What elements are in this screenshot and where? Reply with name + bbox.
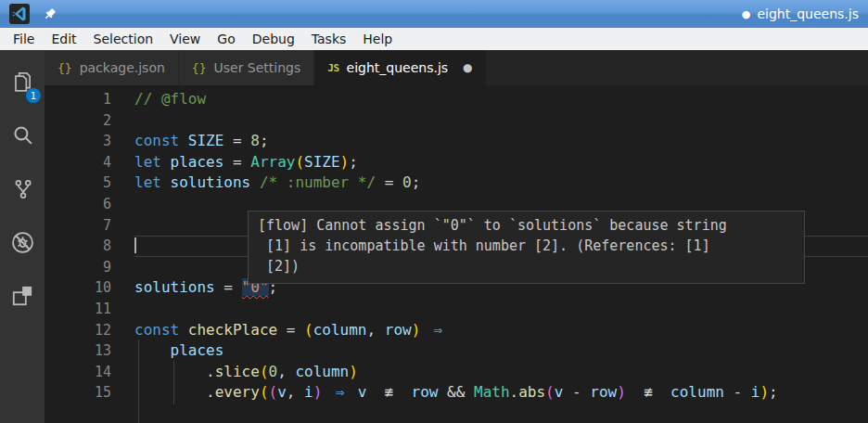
line-code[interactable]: let places = Array(SIZE); [134,152,868,173]
tooltip-line: [flow] Cannot assign `"0"` to `solutions… [258,215,795,236]
code-token: row [412,383,439,401]
code-token: ⇒ [429,320,447,341]
source-control-icon [11,177,34,204]
indent-guide [138,361,139,384]
js-file-icon: JS [327,62,338,74]
menu-item-selection[interactable]: Selection [85,32,162,46]
code-token: /* :number */ [260,173,376,191]
source-control-activity-item[interactable] [0,163,45,217]
line-number[interactable] [45,404,111,423]
extensions-activity-item[interactable] [0,271,45,325]
line-row: 12const checkPlace = (column, row) ⇒ [45,320,868,341]
code-token: solutions [171,173,251,191]
code-token: ) [412,321,421,339]
line-row: 1// @flow [45,89,868,110]
tab-bar: {}package.json{}User SettingsJSeight_que… [45,50,868,85]
menu-item-file[interactable]: File [5,32,43,46]
line-code[interactable]: .slice(0, column) [134,362,868,383]
line-number[interactable]: 13 [45,340,111,362]
line-code[interactable]: const checkPlace = (column, row) ⇒ [134,320,868,341]
line-number[interactable]: 1 [45,89,111,110]
line-number[interactable]: 2 [45,110,111,132]
code-token [438,383,447,401]
code-token: ⇒ [331,382,349,404]
code-token: column [670,383,724,401]
line-number[interactable]: 6 [45,194,111,215]
code-token: abs [518,383,545,401]
tab-label: package.json [80,60,165,75]
line-row: 13 places [45,340,868,362]
line-number[interactable]: 10 [45,277,111,299]
code-token: , [366,321,384,339]
tab-user-settings[interactable]: {}User Settings [179,50,313,85]
debug-activity-item[interactable] [0,217,45,271]
line-number[interactable]: 15 [45,382,111,404]
line-number[interactable]: 4 [45,152,111,173]
debug-icon [10,230,35,259]
code-token: Array [250,153,295,171]
code-token: v [555,383,564,401]
line-number[interactable]: 3 [45,131,111,152]
pin-icon[interactable] [43,7,57,21]
error-tooltip: [flow] Cannot assign `"0"` to `solutions… [248,211,805,284]
editor[interactable]: 1// @flow23const SIZE = 8;4let places = … [45,85,868,423]
code-token: const [134,321,179,339]
files-activity-item[interactable]: 1 [0,56,45,109]
code-token: , [287,383,304,401]
tooltip-line: [2]) [258,256,795,276]
code-token: ( [260,363,269,380]
line-number[interactable]: 8 [45,236,111,257]
extensions-icon [10,284,34,312]
indent-guide [138,340,139,363]
code-token: i [751,383,760,401]
line-code[interactable] [134,110,868,132]
menu-item-edit[interactable]: Edit [43,32,84,46]
menu-item-debug[interactable]: Debug [244,32,303,46]
line-number[interactable]: 11 [45,299,111,320]
line-number[interactable]: 12 [45,320,111,341]
code-token [161,173,171,191]
line-code[interactable]: // @flow [134,89,868,110]
code-token: . [206,383,215,401]
window-title: ● eight_queens.js [742,6,859,21]
menu-item-view[interactable]: View [161,32,209,46]
code-token: = [223,132,250,149]
line-code[interactable]: const SIZE = 8; [134,131,868,152]
code-token: = [277,321,304,339]
code-token: slice [215,363,260,380]
code-token: Math [474,383,510,401]
line-number[interactable]: 7 [45,215,111,237]
code-token [134,363,206,380]
tab-package-json[interactable]: {}package.json [45,50,178,85]
tooltip-line: [1] is incompatible with number [2]. (Re… [258,236,795,256]
line-code[interactable] [134,299,868,320]
code-token: ) [760,383,769,401]
code-token [661,383,670,401]
code-token [322,383,331,401]
indent-guide [138,381,139,404]
line-number[interactable]: 14 [45,362,111,383]
line-code[interactable]: let solutions /* :number */ = 0; [134,173,868,194]
line-number[interactable]: 9 [45,257,111,278]
code-token: row [590,383,617,401]
line-code[interactable]: places [134,340,868,362]
menu-item-go[interactable]: Go [209,32,243,46]
tab-eight-queens-js[interactable]: JSeight_queens.js● [314,50,485,85]
menu-item-tasks[interactable]: Tasks [303,32,355,46]
code-token: ; [260,132,269,149]
code-token: i [304,383,313,401]
line-code[interactable]: .every((v, i) ⇒ v ≢ row && Math.abs(v - … [134,382,868,404]
line-row: 14 .slice(0, column) [45,362,868,383]
code-token: ) [349,363,358,380]
code-token [626,383,635,401]
tab-label: User Settings [214,60,301,75]
code-token: ≢ [376,382,402,404]
line-code[interactable] [134,404,868,423]
code-token [420,321,429,339]
code-token: ( [295,153,304,171]
tab-modified-dot[interactable]: ● [463,61,472,74]
menu-item-help[interactable]: Help [354,32,401,46]
search-activity-item[interactable] [0,109,45,163]
line-number[interactable]: 5 [45,173,111,194]
code-token: ( [260,383,269,401]
